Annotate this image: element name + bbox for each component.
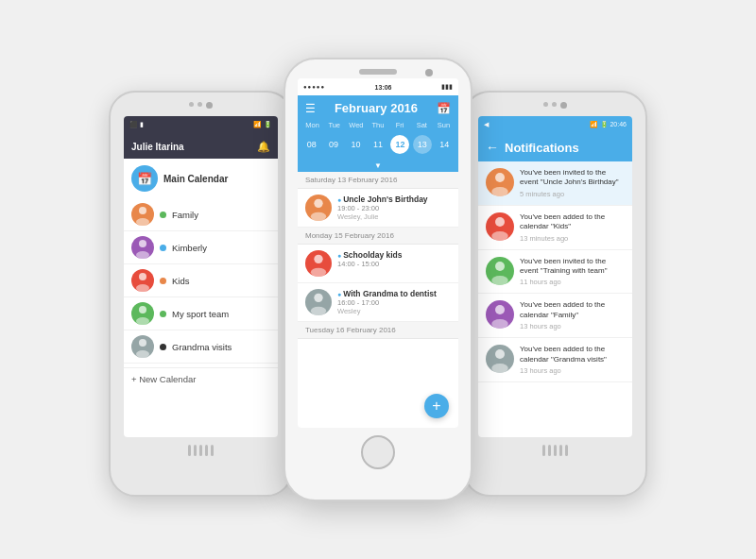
calendar-avatar xyxy=(131,269,154,292)
calendar-name: Family xyxy=(172,210,198,220)
status-dots: ●●●●● xyxy=(303,84,325,90)
back-icon[interactable]: ← xyxy=(486,140,499,155)
cal-list-header: Julie Itarina 🔔 xyxy=(124,133,278,159)
notification-item[interactable]: You've been added to the calendar "Famil… xyxy=(478,294,632,338)
notification-content: You've been invited to the event "Uncle … xyxy=(520,168,625,198)
calendar-list-item[interactable]: Grandma visits xyxy=(124,330,278,364)
front-camera xyxy=(425,69,433,76)
calendar-dot xyxy=(160,311,166,317)
status-bar-left: ⬛ ▮ 📶 🔋 xyxy=(124,116,278,133)
notifications-title: Notifications xyxy=(505,141,579,155)
notification-item[interactable]: You've been added to the calendar "Kids"… xyxy=(478,206,632,250)
notification-avatar xyxy=(486,212,514,241)
notification-text: You've been added to the calendar "Kids" xyxy=(520,212,625,232)
event-details: Uncle John's Birthday 19:00 - 23:00 Wesl… xyxy=(337,195,451,221)
speaker-top-right xyxy=(543,102,567,112)
calendar-avatar xyxy=(131,236,154,259)
fab-button[interactable]: + xyxy=(424,394,449,418)
menu-icon[interactable]: ☰ xyxy=(305,102,316,115)
event-details: Schoolday kids 14:00 - 15:00 xyxy=(337,250,451,268)
svg-point-11 xyxy=(311,212,326,221)
status-battery: ▮▮▮ xyxy=(441,83,453,91)
main-calendar-label: Main Calendar xyxy=(163,174,228,184)
speaker-dot xyxy=(552,102,557,107)
notification-item[interactable]: You've been added to the calendar "Grand… xyxy=(478,338,632,382)
left-phone: ⬛ ▮ 📶 🔋 Julie Itarina 🔔 📅 Main Calendar xyxy=(109,91,293,497)
calendar-dot xyxy=(160,212,166,218)
calendar-weekdays: MonTueWedThuFriSatSun xyxy=(298,119,458,133)
right-phone: ◀ 📶 🔋 20:46 ← Notifications You've been … xyxy=(463,91,647,497)
calendar-name: Kids xyxy=(172,276,189,286)
svg-point-22 xyxy=(495,305,505,314)
calendar-day[interactable]: 12 xyxy=(390,135,409,154)
calendar-icon[interactable]: 📅 xyxy=(437,102,451,115)
speaker-line xyxy=(559,445,562,456)
status-right-info: 📶 🔋 xyxy=(253,121,272,128)
weekday-label: Sun xyxy=(433,121,455,129)
calendar-day[interactable]: 08 xyxy=(302,135,321,154)
camera-dot xyxy=(206,102,213,109)
notification-time: 13 minutes ago xyxy=(520,234,625,243)
svg-point-17 xyxy=(491,187,508,196)
notification-content: You've been added to the calendar "Kids"… xyxy=(520,212,625,243)
calendar-list-item[interactable]: My sport team xyxy=(124,297,278,330)
event-details: With Grandma to dentist 16:00 - 17:00 We… xyxy=(337,289,451,315)
calendar-list-item[interactable]: Family xyxy=(124,198,278,231)
notification-time: 5 minutes ago xyxy=(520,190,625,198)
svg-point-10 xyxy=(314,199,322,208)
speaker-line xyxy=(205,445,208,456)
svg-point-5 xyxy=(136,284,149,292)
svg-point-23 xyxy=(491,319,508,329)
notification-time: 11 hours ago xyxy=(520,278,625,286)
calendar-list-item[interactable]: Kids xyxy=(124,264,278,297)
center-phone: ●●●●● 13:06 ▮▮▮ ☰ February 2016 📅 MonTue… xyxy=(284,58,472,501)
events-container: Saturday 13 February 2016 Uncle John's B… xyxy=(298,172,458,339)
speaker-dot xyxy=(189,102,194,107)
calendar-day[interactable]: 09 xyxy=(324,135,343,154)
notification-item[interactable]: You've been invited to the event "Traini… xyxy=(478,250,632,295)
main-cal-icon: 📅 xyxy=(131,165,158,192)
event-avatar xyxy=(305,195,332,221)
event-item[interactable]: Schoolday kids 14:00 - 15:00 xyxy=(298,245,458,283)
calendar-day[interactable]: 14 xyxy=(435,135,454,154)
notification-text: You've been invited to the event "Uncle … xyxy=(520,168,625,188)
home-button[interactable] xyxy=(361,435,395,469)
svg-point-6 xyxy=(139,306,146,313)
svg-point-8 xyxy=(139,339,146,347)
event-item[interactable]: With Grandma to dentist 16:00 - 17:00 We… xyxy=(298,283,458,322)
svg-point-15 xyxy=(311,307,326,315)
svg-point-4 xyxy=(139,273,146,280)
status-bar-right: ◀ 📶 🔋 20:46 xyxy=(478,116,632,133)
event-item[interactable]: Uncle John's Birthday 19:00 - 23:00 Wesl… xyxy=(298,189,458,228)
month-title: February 2016 xyxy=(316,101,437,115)
event-people: Wesley, Julie xyxy=(337,212,451,221)
notification-item[interactable]: You've been invited to the event "Uncle … xyxy=(478,161,632,206)
notification-content: You've been added to the calendar "Famil… xyxy=(520,300,625,330)
svg-point-25 xyxy=(491,364,508,373)
notification-icon[interactable]: 🔔 xyxy=(257,141,270,153)
calendar-list-item[interactable]: Kimberly xyxy=(124,231,278,264)
new-calendar-label: + New Calendar xyxy=(131,374,196,384)
user-name: Julie Itarina xyxy=(131,142,184,152)
main-calendar-item[interactable]: 📅 Main Calendar xyxy=(124,159,278,198)
calendar-arrow: ▼ xyxy=(298,160,458,172)
calendar-days[interactable]: 08091011121314 xyxy=(298,133,458,160)
iphone-top-bar xyxy=(285,59,471,75)
calendar-avatar xyxy=(131,335,154,358)
calendar-day[interactable]: 11 xyxy=(369,135,387,154)
calendar-day[interactable]: 10 xyxy=(347,135,366,154)
phones-container: ⬛ ▮ 📶 🔋 Julie Itarina 🔔 📅 Main Calendar xyxy=(109,58,647,501)
svg-point-1 xyxy=(136,218,149,226)
notification-text: You've been invited to the event "Traini… xyxy=(520,257,625,277)
calendar-day[interactable]: 13 xyxy=(413,135,432,154)
calendar-avatar xyxy=(131,302,154,325)
speaker-dot xyxy=(198,102,202,107)
event-title: Schoolday kids xyxy=(337,250,451,260)
notification-time: 13 hours ago xyxy=(520,322,625,330)
svg-point-2 xyxy=(139,240,146,247)
speaker-dot xyxy=(543,102,548,107)
new-calendar-button[interactable]: + New Calendar xyxy=(124,367,278,390)
notifications-header: ← Notifications xyxy=(478,133,632,161)
camera-dot xyxy=(560,102,567,109)
status-bar-center: ●●●●● 13:06 ▮▮▮ xyxy=(298,78,458,95)
